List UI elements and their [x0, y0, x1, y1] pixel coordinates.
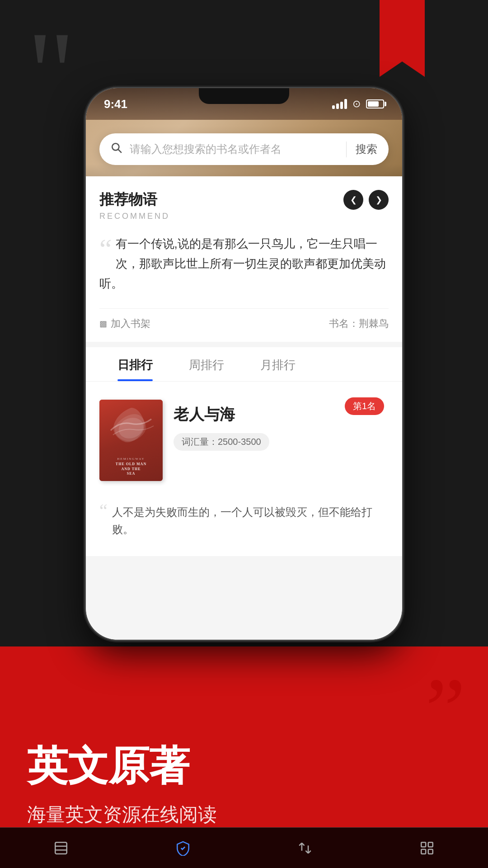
red-sub-title: 海量英文资源在线阅读: [27, 802, 461, 827]
book-cover-title: THE OLD MAN AND THE SEA: [116, 462, 146, 476]
phone-notch: [199, 88, 289, 104]
ranking-tabs: 日排行 周排行 月排行: [86, 347, 402, 382]
search-button[interactable]: 搜索: [356, 142, 377, 156]
svg-rect-9: [421, 849, 426, 854]
svg-rect-3: [55, 842, 67, 854]
svg-rect-6: [421, 842, 426, 847]
bg-quote-decoration: ": [27, 14, 75, 131]
main-content: 推荐物语 RECOMMEND ❮ ❯ “有一个传说,说的是有那么一只鸟儿，它一生…: [86, 176, 402, 640]
svg-line-1: [118, 149, 122, 152]
book-cover-art: [99, 403, 163, 448]
search-divider: [346, 142, 347, 157]
recommend-title-wrap: 推荐物语 RECOMMEND: [99, 190, 170, 221]
svg-point-0: [112, 143, 119, 150]
quote-open-icon: “: [99, 239, 112, 259]
recommend-subtitle: RECOMMEND: [99, 212, 170, 221]
signal-icon: [332, 99, 347, 109]
nav-frame-item[interactable]: [413, 835, 441, 862]
book-cover: HEMINGWAY THE OLD MAN AND THE SEA: [99, 400, 163, 481]
nav-shield-item[interactable]: [169, 835, 197, 862]
book-quote: “ 人不是为失败而生的，一个人可以被毁灭，但不能给打败。: [99, 497, 389, 545]
nav-arrows: ❮ ❯: [343, 190, 389, 210]
tab-weekly[interactable]: 周排行: [171, 347, 242, 381]
svg-rect-7: [428, 842, 433, 847]
book-tag: 词汇量：2500-3500: [174, 433, 269, 451]
status-time: 9:41: [104, 97, 127, 111]
recommend-section: 推荐物语 RECOMMEND ❮ ❯ “有一个传说,说的是有那么一只鸟儿，它一生…: [86, 176, 402, 342]
nav-book-item[interactable]: [47, 835, 75, 862]
recommend-text: “有一个传说,说的是有那么一只鸟儿，它一生只唱一次，那歌声比世上所有一切生灵的歌…: [99, 229, 389, 298]
bookmark-icon: ▩: [99, 319, 107, 329]
red-band: 英文原著 海量英文资源在线阅读 ”: [0, 646, 488, 868]
recommend-footer: ▩ 加入书架 书名：荆棘鸟: [99, 308, 389, 330]
book-info: 第1名 老人与海 词汇量：2500-3500: [174, 400, 389, 451]
nav-swap-item[interactable]: [291, 835, 319, 862]
tabs-row: 日排行 周排行 月排行: [99, 347, 389, 381]
book-quote-text: 人不是为失败而生的，一个人可以被毁灭，但不能给打败。: [112, 504, 389, 538]
tab-monthly[interactable]: 月排行: [242, 347, 314, 381]
search-bar[interactable]: 请输入您想搜索的书名或作者名 搜索: [99, 133, 389, 165]
recommend-title: 推荐物语: [99, 190, 170, 210]
add-shelf-button[interactable]: ▩ 加入书架: [99, 317, 150, 330]
prev-button[interactable]: ❮: [343, 190, 363, 210]
next-button[interactable]: ❯: [369, 190, 389, 210]
search-placeholder: 请输入您想搜索的书名或作者名: [130, 142, 337, 156]
svg-rect-8: [428, 849, 433, 854]
table-row[interactable]: HEMINGWAY THE OLD MAN AND THE SEA 第1名: [99, 393, 389, 488]
tab-daily[interactable]: 日排行: [99, 347, 171, 381]
book-name-label: 书名：荆棘鸟: [329, 317, 389, 330]
bottom-nav: [0, 827, 488, 868]
phone-screen: 9:41 ⊙ 请输入您想搜索的书名或作者名: [86, 88, 402, 640]
status-icons: ⊙: [332, 98, 384, 110]
rank-badge: 第1名: [345, 397, 384, 415]
book-list: HEMINGWAY THE OLD MAN AND THE SEA 第1名: [86, 382, 402, 557]
search-icon: [111, 142, 122, 157]
phone-frame: 9:41 ⊙ 请输入您想搜索的书名或作者名: [86, 88, 402, 640]
red-main-title: 英文原著: [27, 739, 461, 794]
recommend-header: 推荐物语 RECOMMEND ❮ ❯: [99, 190, 389, 221]
battery-icon: [366, 99, 384, 108]
book-cover-text: HEMINGWAY THE OLD MAN AND THE SEA: [116, 457, 146, 476]
wifi-icon: ⊙: [352, 98, 361, 110]
red-quote-decor: ”: [425, 665, 465, 755]
bg-bookmark-decoration: [380, 0, 425, 77]
quote-mark-icon: “: [99, 504, 108, 518]
